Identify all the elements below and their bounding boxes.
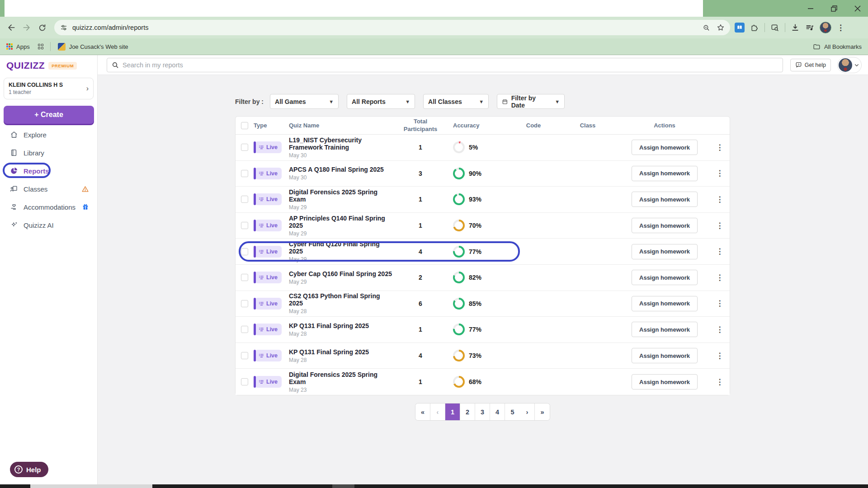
quiz-name[interactable]: KP Q131 Final Spring 2025 (289, 322, 393, 329)
search-input[interactable] (123, 61, 778, 69)
assign-homework-button[interactable]: Assign homework (632, 244, 698, 259)
extensions-puzzle-icon[interactable] (750, 23, 759, 32)
row-menu-icon[interactable]: ⋮ (716, 300, 724, 307)
row-checkbox[interactable] (241, 326, 248, 333)
sidebar-item-explore[interactable]: Explore (0, 126, 97, 144)
date-filter-dropdown[interactable]: Filter by Date▼ (497, 94, 565, 109)
games-filter-dropdown[interactable]: All Games▼ (270, 94, 339, 109)
quiz-name[interactable]: AP Principles Q140 Final Spring 2025 (289, 215, 393, 229)
minimize-button[interactable] (807, 5, 815, 13)
bookmark-apps-icon[interactable] (38, 44, 44, 50)
all-bookmarks-label[interactable]: All Bookmarks (824, 43, 862, 50)
assign-homework-button[interactable]: Assign homework (632, 270, 698, 285)
browser-profile-avatar[interactable] (820, 22, 831, 33)
accuracy-donut (453, 141, 465, 153)
close-button[interactable] (854, 5, 862, 13)
row-checkbox[interactable] (241, 196, 248, 203)
assign-homework-button[interactable]: Assign homework (632, 140, 698, 155)
row-checkbox[interactable] (241, 300, 248, 307)
assign-homework-button[interactable]: Assign homework (632, 348, 698, 363)
quiz-name[interactable]: KP Q131 Final Spring 2025 (289, 348, 393, 356)
row-menu-icon[interactable]: ⋮ (716, 274, 724, 282)
quiz-name[interactable]: Digital Forensics 2025 Spring Exam (289, 371, 393, 385)
row-checkbox[interactable] (241, 352, 248, 359)
sidebar-item-classes[interactable]: Classes (0, 180, 97, 198)
caret-down-icon: ▼ (401, 99, 410, 104)
row-checkbox[interactable] (241, 170, 248, 177)
row-menu-icon[interactable]: ⋮ (716, 378, 724, 386)
quiz-name[interactable]: Digital Forensics 2025 Spring Exam (289, 188, 393, 203)
assign-homework-button[interactable]: Assign homework (632, 166, 698, 181)
help-button[interactable]: ? Help (10, 462, 48, 477)
row-checkbox[interactable] (241, 378, 248, 385)
pagination-prev[interactable]: ‹ (430, 404, 445, 420)
quiz-name[interactable]: APCS A Q180 Final Spring 2025 (289, 166, 393, 173)
participants-count: 4 (419, 248, 422, 255)
row-menu-icon[interactable]: ⋮ (716, 222, 724, 230)
bookmark-site-label[interactable]: Joe Cusack's Web site (69, 43, 128, 50)
quiz-name[interactable]: Cyber Cap Q160 Final Spring 2025 (289, 270, 393, 277)
school-selector[interactable]: KLEIN COLLINS H S 1 teacher › (4, 78, 94, 99)
quiz-name[interactable]: L19_NIST Cybersecurity Framework Trainin… (289, 136, 393, 151)
playlist-icon[interactable] (805, 23, 814, 32)
assign-homework-button[interactable]: Assign homework (632, 322, 698, 337)
accuracy-value: 82% (469, 274, 481, 281)
url-text[interactable]: quizizz.com/admin/reports (72, 24, 703, 31)
school-name: KLEIN COLLINS H S (9, 82, 63, 88)
apps-label[interactable]: Apps (16, 43, 30, 50)
row-menu-icon[interactable]: ⋮ (716, 352, 724, 360)
apps-grid-icon[interactable] (6, 43, 13, 50)
reports-filter-dropdown[interactable]: All Reports▼ (347, 94, 415, 109)
pagination-page-4[interactable]: 4 (490, 404, 505, 420)
back-icon[interactable] (4, 20, 19, 35)
bookmark-star-icon[interactable] (717, 23, 725, 32)
quiz-name[interactable]: Cyber Fund Q120 Final Spring 2025 (289, 240, 393, 255)
sidebar-item-accommodations[interactable]: Accommodations (0, 198, 97, 216)
site-info-icon[interactable] (60, 23, 68, 32)
quizizz-logo[interactable]: QUIZIZZ (6, 60, 45, 71)
pagination-page-5[interactable]: 5 (505, 404, 520, 420)
url-bar[interactable]: quizizz.com/admin/reports (54, 20, 730, 35)
pagination-page-3[interactable]: 3 (475, 404, 490, 420)
pagination-page-1[interactable]: 1 (445, 404, 460, 420)
live-badge-label: Live (266, 326, 278, 333)
assign-homework-button[interactable]: Assign homework (632, 296, 698, 311)
create-button[interactable]: + Create (4, 106, 94, 124)
row-checkbox[interactable] (241, 248, 248, 255)
row-checkbox[interactable] (241, 274, 248, 281)
assign-homework-button[interactable]: Assign homework (632, 374, 698, 389)
pagination-next[interactable]: › (520, 404, 535, 420)
select-all-checkbox[interactable] (241, 122, 248, 129)
assign-homework-button[interactable]: Assign homework (632, 218, 698, 233)
downloads-icon[interactable] (791, 23, 800, 32)
forward-icon[interactable] (19, 20, 34, 35)
tab-search-icon[interactable] (770, 23, 779, 32)
assign-homework-button[interactable]: Assign homework (632, 192, 698, 207)
table-row: Live KP Q131 Final Spring 2025 May 28 4 … (236, 343, 730, 369)
pagination-page-2[interactable]: 2 (460, 404, 475, 420)
sidebar-item-library[interactable]: Library (0, 144, 97, 162)
browser-tab[interactable] (5, 0, 703, 17)
row-menu-icon[interactable]: ⋮ (716, 196, 724, 203)
sidebar-item-reports[interactable]: Reports (0, 162, 97, 180)
classes-filter-dropdown[interactable]: All Classes▼ (423, 94, 489, 109)
pagination-last[interactable]: » (535, 404, 550, 420)
zoom-icon[interactable] (703, 24, 710, 32)
restore-button[interactable] (830, 5, 838, 13)
quiz-name[interactable]: CS2 Q163 Python Final Spring 2025 (289, 292, 393, 307)
sidebar-item-quizizz-ai[interactable]: Quizizz AI (0, 216, 97, 234)
row-checkbox[interactable] (241, 144, 248, 151)
table-row: Live Digital Forensics 2025 Spring Exam … (236, 369, 730, 395)
browser-menu-icon[interactable]: ⋮ (837, 23, 844, 33)
row-menu-icon[interactable]: ⋮ (716, 169, 724, 177)
user-menu[interactable] (837, 57, 862, 73)
row-menu-icon[interactable]: ⋮ (716, 248, 724, 255)
row-menu-icon[interactable]: ⋮ (716, 326, 724, 333)
get-help-button[interactable]: ? Get help (790, 59, 831, 71)
pagination-first[interactable]: « (415, 404, 430, 420)
reload-icon[interactable] (34, 20, 50, 35)
row-checkbox[interactable] (241, 222, 248, 229)
reading-list-icon[interactable] (735, 23, 745, 33)
reports-search[interactable] (107, 58, 783, 72)
row-menu-icon[interactable]: ⋮ (716, 144, 724, 151)
